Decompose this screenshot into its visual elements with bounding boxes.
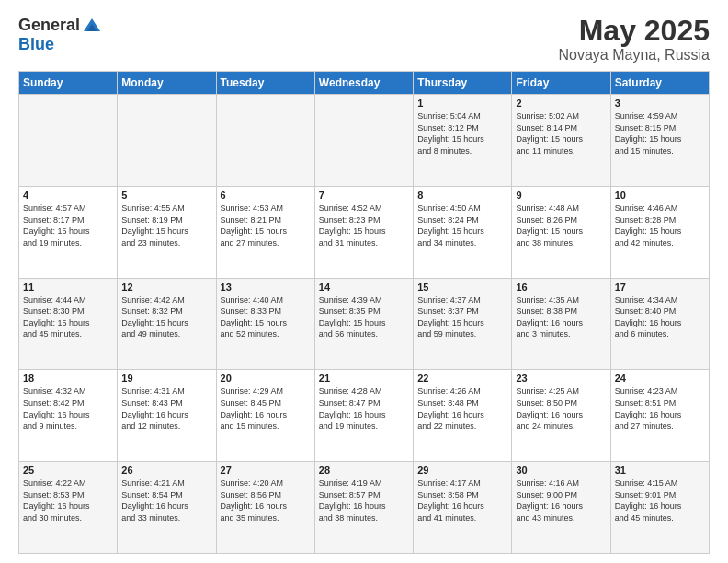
day-info: Sunrise: 4:23 AM Sunset: 8:51 PM Dayligh… [615, 385, 705, 431]
day-info: Sunrise: 4:52 AM Sunset: 8:23 PM Dayligh… [319, 202, 409, 248]
column-header-saturday: Saturday [610, 72, 709, 95]
column-header-wednesday: Wednesday [314, 72, 413, 95]
calendar-day-5: 5Sunrise: 4:55 AM Sunset: 8:19 PM Daylig… [118, 186, 216, 278]
calendar-week-1: 1Sunrise: 5:04 AM Sunset: 8:12 PM Daylig… [19, 95, 710, 187]
day-info: Sunrise: 4:21 AM Sunset: 8:54 PM Dayligh… [121, 477, 211, 523]
calendar-day-4: 4Sunrise: 4:57 AM Sunset: 8:17 PM Daylig… [19, 186, 118, 278]
day-number: 10 [615, 190, 705, 201]
day-number: 7 [319, 190, 409, 201]
empty-cell [19, 95, 118, 187]
day-number: 31 [615, 465, 705, 476]
day-info: Sunrise: 4:46 AM Sunset: 8:28 PM Dayligh… [615, 202, 705, 248]
calendar-day-1: 1Sunrise: 5:04 AM Sunset: 8:12 PM Daylig… [414, 95, 512, 187]
day-info: Sunrise: 4:20 AM Sunset: 8:56 PM Dayligh… [221, 477, 311, 523]
column-header-thursday: Thursday [414, 72, 512, 95]
empty-cell [314, 95, 413, 187]
day-number: 5 [121, 190, 211, 201]
day-number: 8 [417, 190, 507, 201]
day-info: Sunrise: 4:17 AM Sunset: 8:58 PM Dayligh… [417, 477, 507, 523]
day-number: 19 [121, 373, 211, 384]
day-number: 16 [516, 282, 606, 293]
calendar-day-26: 26Sunrise: 4:21 AM Sunset: 8:54 PM Dayli… [118, 462, 216, 554]
calendar-day-12: 12Sunrise: 4:42 AM Sunset: 8:32 PM Dayli… [118, 278, 216, 370]
day-info: Sunrise: 4:25 AM Sunset: 8:50 PM Dayligh… [516, 385, 606, 431]
day-info: Sunrise: 4:39 AM Sunset: 8:35 PM Dayligh… [319, 294, 409, 340]
day-info: Sunrise: 4:42 AM Sunset: 8:32 PM Dayligh… [121, 294, 211, 340]
day-number: 13 [221, 282, 311, 293]
day-info: Sunrise: 4:57 AM Sunset: 8:17 PM Dayligh… [23, 202, 113, 248]
calendar-day-3: 3Sunrise: 4:59 AM Sunset: 8:15 PM Daylig… [610, 95, 709, 187]
calendar-week-3: 11Sunrise: 4:44 AM Sunset: 8:30 PM Dayli… [19, 278, 710, 370]
calendar-day-2: 2Sunrise: 5:02 AM Sunset: 8:14 PM Daylig… [512, 95, 610, 187]
day-info: Sunrise: 4:40 AM Sunset: 8:33 PM Dayligh… [221, 294, 311, 340]
day-info: Sunrise: 4:48 AM Sunset: 8:26 PM Dayligh… [516, 202, 606, 248]
day-number: 14 [319, 282, 409, 293]
main-title: May 2025 [558, 15, 710, 47]
day-number: 26 [121, 465, 211, 476]
calendar-day-13: 13Sunrise: 4:40 AM Sunset: 8:33 PM Dayli… [216, 278, 314, 370]
day-number: 12 [121, 282, 211, 293]
calendar-day-18: 18Sunrise: 4:32 AM Sunset: 8:42 PM Dayli… [19, 370, 118, 462]
day-number: 4 [23, 190, 113, 201]
day-info: Sunrise: 4:50 AM Sunset: 8:24 PM Dayligh… [417, 202, 507, 248]
day-number: 1 [417, 98, 507, 109]
day-info: Sunrise: 4:29 AM Sunset: 8:45 PM Dayligh… [221, 385, 311, 431]
day-info: Sunrise: 4:32 AM Sunset: 8:42 PM Dayligh… [23, 385, 113, 431]
day-number: 18 [23, 373, 113, 384]
logo-blue-text: Blue [18, 35, 54, 54]
calendar-day-19: 19Sunrise: 4:31 AM Sunset: 8:43 PM Dayli… [118, 370, 216, 462]
day-info: Sunrise: 4:22 AM Sunset: 8:53 PM Dayligh… [23, 477, 113, 523]
calendar-table: SundayMondayTuesdayWednesdayThursdayFrid… [18, 71, 710, 554]
day-number: 23 [516, 373, 606, 384]
day-info: Sunrise: 5:02 AM Sunset: 8:14 PM Dayligh… [516, 110, 606, 156]
day-number: 15 [417, 282, 507, 293]
column-header-sunday: Sunday [19, 72, 118, 95]
calendar-day-25: 25Sunrise: 4:22 AM Sunset: 8:53 PM Dayli… [19, 462, 118, 554]
logo: General Blue [18, 15, 102, 54]
calendar-week-2: 4Sunrise: 4:57 AM Sunset: 8:17 PM Daylig… [19, 186, 710, 278]
calendar-day-6: 6Sunrise: 4:53 AM Sunset: 8:21 PM Daylig… [216, 186, 314, 278]
day-info: Sunrise: 4:26 AM Sunset: 8:48 PM Dayligh… [417, 385, 507, 431]
day-number: 30 [516, 465, 606, 476]
logo-icon [82, 15, 102, 35]
column-header-monday: Monday [118, 72, 216, 95]
day-info: Sunrise: 4:59 AM Sunset: 8:15 PM Dayligh… [615, 110, 705, 156]
title-block: May 2025 Novaya Mayna, Russia [558, 15, 710, 63]
day-info: Sunrise: 4:31 AM Sunset: 8:43 PM Dayligh… [121, 385, 211, 431]
day-info: Sunrise: 4:34 AM Sunset: 8:40 PM Dayligh… [615, 294, 705, 340]
day-info: Sunrise: 4:15 AM Sunset: 9:01 PM Dayligh… [615, 477, 705, 523]
calendar-day-10: 10Sunrise: 4:46 AM Sunset: 8:28 PM Dayli… [610, 186, 709, 278]
logo-general-text: General [18, 16, 80, 35]
empty-cell [118, 95, 216, 187]
day-info: Sunrise: 4:16 AM Sunset: 9:00 PM Dayligh… [516, 477, 606, 523]
calendar-day-8: 8Sunrise: 4:50 AM Sunset: 8:24 PM Daylig… [414, 186, 512, 278]
calendar-week-4: 18Sunrise: 4:32 AM Sunset: 8:42 PM Dayli… [19, 370, 710, 462]
calendar-day-7: 7Sunrise: 4:52 AM Sunset: 8:23 PM Daylig… [314, 186, 413, 278]
calendar-day-17: 17Sunrise: 4:34 AM Sunset: 8:40 PM Dayli… [610, 278, 709, 370]
day-number: 24 [615, 373, 705, 384]
column-header-tuesday: Tuesday [216, 72, 314, 95]
calendar-day-14: 14Sunrise: 4:39 AM Sunset: 8:35 PM Dayli… [314, 278, 413, 370]
day-number: 27 [221, 465, 311, 476]
calendar-day-22: 22Sunrise: 4:26 AM Sunset: 8:48 PM Dayli… [414, 370, 512, 462]
day-number: 17 [615, 282, 705, 293]
day-info: Sunrise: 4:53 AM Sunset: 8:21 PM Dayligh… [221, 202, 311, 248]
day-number: 2 [516, 98, 606, 109]
day-number: 29 [417, 465, 507, 476]
calendar-day-23: 23Sunrise: 4:25 AM Sunset: 8:50 PM Dayli… [512, 370, 610, 462]
day-number: 11 [23, 282, 113, 293]
calendar-header-row: SundayMondayTuesdayWednesdayThursdayFrid… [19, 72, 710, 95]
day-number: 22 [417, 373, 507, 384]
day-number: 6 [221, 190, 311, 201]
day-number: 9 [516, 190, 606, 201]
calendar-day-30: 30Sunrise: 4:16 AM Sunset: 9:00 PM Dayli… [512, 462, 610, 554]
day-number: 25 [23, 465, 113, 476]
day-info: Sunrise: 4:44 AM Sunset: 8:30 PM Dayligh… [23, 294, 113, 340]
column-header-friday: Friday [512, 72, 610, 95]
calendar-day-11: 11Sunrise: 4:44 AM Sunset: 8:30 PM Dayli… [19, 278, 118, 370]
day-info: Sunrise: 4:28 AM Sunset: 8:47 PM Dayligh… [319, 385, 409, 431]
day-number: 28 [319, 465, 409, 476]
day-number: 3 [615, 98, 705, 109]
day-info: Sunrise: 4:19 AM Sunset: 8:57 PM Dayligh… [319, 477, 409, 523]
calendar-day-20: 20Sunrise: 4:29 AM Sunset: 8:45 PM Dayli… [216, 370, 314, 462]
